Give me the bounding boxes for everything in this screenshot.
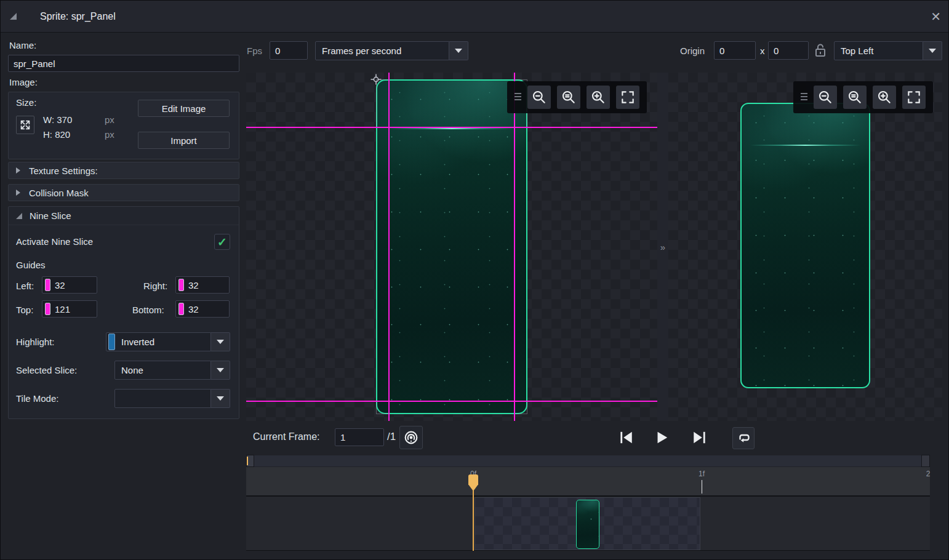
preview-zoom-fit-button[interactable] (902, 86, 926, 109)
unlock-icon (813, 41, 828, 60)
origin-preset-dropdown[interactable]: Top Left (834, 41, 923, 60)
nine-slice-guide-right[interactable] (514, 73, 515, 421)
current-frame-label: Current Frame: (253, 431, 319, 442)
timeline-scrollbar-thumb[interactable] (246, 455, 254, 467)
highlight-color-swatch (108, 334, 115, 350)
skip-to-start-button[interactable] (615, 426, 637, 449)
current-frame-input[interactable] (335, 428, 384, 446)
onion-skin-button[interactable] (399, 426, 423, 449)
selected-slice-value: None (121, 365, 143, 375)
close-icon[interactable]: ✕ (931, 9, 941, 24)
window-expander-icon[interactable] (10, 13, 17, 20)
fit-view-icon (620, 89, 636, 105)
guide-right-label: Right: (143, 281, 167, 291)
guide-color-swatch (45, 279, 50, 291)
sprite-glow-line (388, 128, 516, 129)
chevron-down-icon (929, 49, 936, 53)
origin-crosshair[interactable] (370, 73, 382, 86)
chevron-expanded-icon (16, 213, 22, 219)
origin-label: Origin (680, 46, 705, 56)
nine-slice-guide-bottom[interactable] (246, 401, 657, 402)
guide-top-value: 121 (55, 304, 70, 314)
selected-slice-dropdown-arrow[interactable] (211, 361, 230, 380)
preview-zoom-out-button[interactable] (814, 86, 837, 109)
highlight-dropdown-arrow[interactable] (211, 332, 230, 351)
chevron-down-icon (217, 340, 224, 344)
import-button[interactable]: Import (138, 132, 230, 149)
sprite-preview-canvas[interactable] (668, 73, 942, 421)
origin-times-label: x (760, 46, 765, 56)
height-unit: px (105, 129, 114, 140)
origin-preset-dropdown-arrow[interactable] (923, 41, 942, 60)
highlight-dropdown[interactable]: Inverted (106, 332, 211, 351)
crosshair-icon (370, 73, 382, 86)
texture-settings-section[interactable]: Texture Settings: (8, 162, 239, 179)
timeline-ruler[interactable]: 0f 1f 2 (246, 467, 930, 497)
origin-lock-button[interactable] (813, 41, 828, 60)
zoom-reset-button[interactable] (557, 86, 580, 109)
selected-slice-dropdown[interactable]: None (114, 361, 211, 380)
preview-zoom-reset-button[interactable] (843, 86, 867, 109)
drag-handle-icon[interactable] (801, 93, 807, 102)
zoom-reset-icon (561, 89, 577, 105)
guide-left-value: 32 (55, 280, 65, 290)
expand-arrows-icon (18, 118, 32, 132)
play-button[interactable] (651, 426, 673, 449)
tile-mode-dropdown-arrow[interactable] (211, 389, 230, 408)
checkmark-icon: ✓ (217, 235, 227, 249)
guide-top-label: Top: (16, 305, 33, 315)
zoom-fit-button[interactable] (616, 86, 639, 109)
drag-handle-icon[interactable] (515, 93, 521, 102)
guide-top-input[interactable]: 121 (42, 300, 97, 318)
zoom-out-button[interactable] (527, 86, 551, 109)
ruler-tick-2: 2 (926, 470, 931, 478)
preview-zoom-in-button[interactable] (873, 86, 896, 109)
name-input[interactable] (8, 55, 239, 72)
timeline-scrollbar-track[interactable] (246, 455, 930, 466)
frame-total-label: /1 (387, 431, 396, 443)
zoom-out-icon (817, 89, 833, 105)
fps-input[interactable] (270, 41, 308, 60)
loop-playback-button[interactable] (732, 427, 755, 449)
preview-collapse-divider[interactable]: » (657, 73, 668, 421)
nine-slice-corner-bottom-right (514, 401, 527, 414)
fps-label: Fps (247, 46, 262, 56)
timeline-scrollbar-end[interactable] (921, 455, 930, 467)
sprite-edit-canvas[interactable] (246, 73, 657, 421)
tile-mode-dropdown[interactable] (114, 389, 211, 408)
scroll-position-tick (247, 457, 248, 465)
zoom-in-button[interactable] (587, 86, 610, 109)
resize-canvas-icon[interactable] (16, 116, 34, 134)
skip-to-end-button[interactable] (689, 426, 711, 449)
edit-image-button[interactable]: Edit Image (138, 100, 230, 117)
skip-start-icon (618, 430, 634, 446)
nine-slice-guide-left[interactable] (388, 73, 390, 421)
playback-unit-dropdown[interactable]: Frames per second (315, 41, 449, 60)
nine-slice-label: Nine Slice (30, 210, 71, 221)
guide-left-input[interactable]: 32 (42, 276, 97, 294)
collision-mask-section[interactable]: Collision Mask (8, 184, 239, 201)
collapse-chevrons-icon: » (660, 242, 665, 252)
origin-x-input[interactable] (714, 41, 756, 60)
nine-slice-guide-top[interactable] (246, 127, 657, 128)
height-value: 820 (55, 129, 70, 140)
preview-zoom-toolbar (793, 81, 933, 113)
name-label: Name: (9, 40, 36, 50)
origin-preset-value: Top Left (841, 46, 873, 56)
collision-mask-label: Collision Mask (29, 188, 89, 198)
guide-color-swatch (178, 279, 184, 291)
ruler-tick-1f: 1f (699, 470, 705, 478)
zoom-in-icon (876, 89, 892, 105)
activate-nine-slice-checkbox[interactable]: ✓ (214, 234, 230, 250)
preview-glow-line (750, 145, 860, 146)
frame-0-cell[interactable] (474, 497, 700, 550)
origin-y-input[interactable] (768, 41, 809, 60)
guide-color-swatch (178, 303, 184, 315)
guide-right-input[interactable]: 32 (175, 276, 230, 294)
playback-unit-dropdown-arrow[interactable] (449, 41, 468, 60)
nine-slice-header[interactable]: Nine Slice (9, 207, 239, 225)
nine-slice-section: Nine Slice Activate Nine Slice ✓ Guides … (8, 206, 239, 419)
nine-slice-corner-bottom-left (376, 401, 389, 414)
guide-bottom-input[interactable]: 32 (175, 300, 230, 318)
guide-right-value: 32 (188, 280, 199, 290)
